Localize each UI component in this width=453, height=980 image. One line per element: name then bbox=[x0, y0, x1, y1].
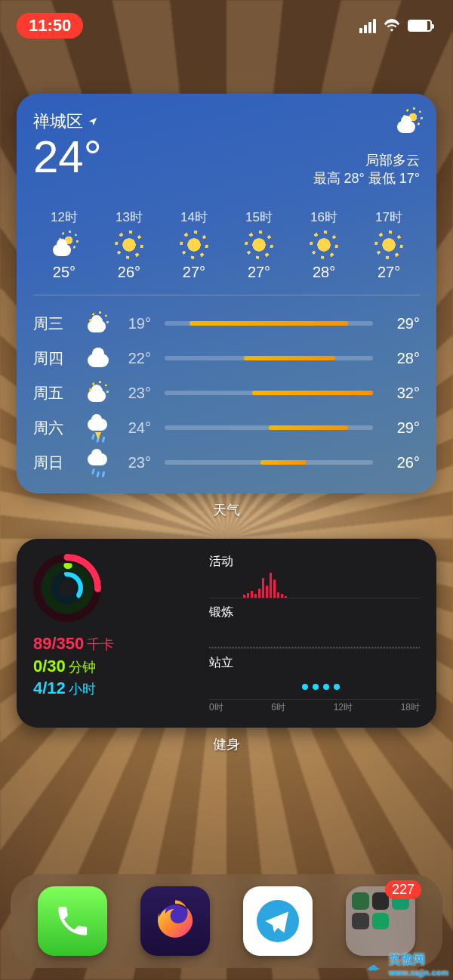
exercise-stat: 0/30分钟 bbox=[33, 655, 196, 678]
hour-temp: 27° bbox=[248, 264, 270, 281]
phone-app[interactable] bbox=[38, 886, 107, 956]
temp-range-bar bbox=[165, 321, 373, 326]
day-low: 22° bbox=[115, 350, 157, 367]
day-low: 23° bbox=[115, 385, 157, 402]
temp-range-bar bbox=[165, 391, 373, 395]
exercise-chart bbox=[209, 623, 420, 649]
phone-icon bbox=[54, 902, 91, 940]
hour-label: 12时 bbox=[51, 209, 78, 226]
day-label: 周四 bbox=[33, 348, 79, 369]
day-high: 29° bbox=[381, 315, 420, 332]
wifi-icon bbox=[384, 17, 400, 34]
weather-condition: 局部多云 bbox=[365, 151, 420, 169]
hourly-forecast: 12时 25° 13时 26° 14时 27° 15时 27° 16时 28° … bbox=[33, 209, 420, 295]
hourly-item: 17时 27° bbox=[358, 209, 420, 281]
activity-chart-label: 活动 bbox=[209, 554, 420, 570]
sun-icon bbox=[118, 233, 140, 256]
day-low: 23° bbox=[115, 454, 157, 471]
stand-stat: 4/12小时 bbox=[33, 677, 196, 700]
day-label: 周五 bbox=[33, 383, 79, 403]
stand-chart bbox=[209, 674, 420, 700]
sun-icon bbox=[313, 233, 335, 256]
daily-row: 周四 22° 28° bbox=[33, 341, 420, 376]
svg-point-2 bbox=[53, 573, 82, 602]
fitness-widget[interactable]: 89/350千卡 0/30分钟 4/12小时 活动 锻炼 站立 0时6时12时1… bbox=[17, 539, 436, 728]
temp-range-bar bbox=[165, 356, 373, 360]
hour-temp: 27° bbox=[378, 264, 400, 281]
hour-label: 15时 bbox=[245, 209, 273, 226]
day-label: 周三 bbox=[33, 314, 79, 334]
day-high: 29° bbox=[381, 419, 420, 437]
hour-temp: 25° bbox=[53, 264, 76, 281]
exercise-chart-label: 锻炼 bbox=[209, 604, 420, 620]
partly-sunny-icon bbox=[88, 314, 106, 332]
app-folder[interactable]: 227 bbox=[346, 886, 415, 956]
hourly-item: 14时 27° bbox=[163, 209, 225, 281]
day-low: 19° bbox=[115, 315, 157, 332]
hour-temp: 28° bbox=[313, 264, 335, 281]
hour-label: 16时 bbox=[310, 209, 337, 226]
battery-icon bbox=[408, 20, 432, 32]
temp-range-bar bbox=[165, 425, 373, 430]
day-label: 周六 bbox=[33, 418, 79, 438]
hour-label: 13时 bbox=[116, 209, 143, 226]
daily-row: 周三 19° 29° bbox=[33, 306, 420, 341]
weather-current-temp: 24° bbox=[33, 134, 102, 180]
rain-icon bbox=[88, 453, 106, 471]
weather-widget[interactable]: 禅城区 24° 局部多云 最高 28° 最低 17° 12时 25° 13时 2… bbox=[17, 94, 436, 493]
sun-icon bbox=[248, 233, 270, 256]
location-arrow-icon bbox=[88, 116, 98, 127]
firefox-icon bbox=[151, 897, 199, 945]
partly-sunny-icon bbox=[88, 384, 106, 402]
activity-chart bbox=[209, 573, 420, 598]
weather-hi-lo: 最高 28° 最低 17° bbox=[313, 169, 420, 187]
temp-range-bar bbox=[165, 460, 373, 465]
hourly-item: 12时 25° bbox=[33, 209, 95, 281]
fitness-widget-label: 健身 bbox=[17, 735, 436, 753]
telegram-icon bbox=[251, 895, 304, 948]
status-bar: 11:50 bbox=[0, 0, 453, 41]
status-icons bbox=[359, 17, 432, 34]
daily-row: 周六 24° 29° bbox=[33, 410, 420, 445]
sun-icon bbox=[183, 233, 205, 256]
activity-rings-icon bbox=[33, 554, 101, 622]
day-label: 周日 bbox=[33, 453, 79, 473]
stand-chart-label: 站立 bbox=[209, 655, 420, 671]
partly-sunny-icon bbox=[397, 110, 420, 133]
thunderstorm-icon bbox=[88, 419, 106, 437]
cellular-icon bbox=[359, 19, 376, 33]
chart-axis: 0时6时12时18时 bbox=[209, 701, 420, 714]
status-time-recording[interactable]: 11:50 bbox=[17, 13, 83, 39]
partly-sunny-icon bbox=[53, 233, 76, 256]
hourly-item: 16时 28° bbox=[293, 209, 355, 281]
hour-temp: 27° bbox=[183, 264, 205, 281]
folder-badge: 227 bbox=[385, 880, 421, 899]
firefox-app[interactable] bbox=[140, 886, 210, 956]
hour-temp: 26° bbox=[118, 264, 140, 281]
daily-row: 周日 23° 26° bbox=[33, 445, 420, 480]
day-low: 24° bbox=[115, 419, 157, 437]
weather-widget-label: 天气 bbox=[17, 501, 436, 519]
daily-row: 周五 23° 32° bbox=[33, 376, 420, 410]
weather-location: 禅城区 bbox=[33, 110, 102, 133]
cloud-icon bbox=[88, 349, 106, 367]
day-high: 32° bbox=[381, 385, 420, 402]
hourly-item: 13时 26° bbox=[98, 209, 160, 281]
sun-icon bbox=[378, 233, 400, 256]
telegram-app[interactable] bbox=[243, 886, 313, 956]
hour-label: 17时 bbox=[375, 209, 402, 226]
hour-label: 14时 bbox=[180, 209, 208, 226]
watermark: 笑傲网 www.xajjn.com bbox=[366, 952, 448, 977]
daily-forecast: 周三 19° 29° 周四 22° 28° 周五 23° 32° 周六 24° … bbox=[33, 306, 420, 480]
hourly-item: 15时 27° bbox=[228, 209, 290, 281]
move-stat: 89/350千卡 bbox=[33, 632, 196, 655]
day-high: 28° bbox=[381, 350, 420, 367]
day-high: 26° bbox=[381, 454, 420, 471]
